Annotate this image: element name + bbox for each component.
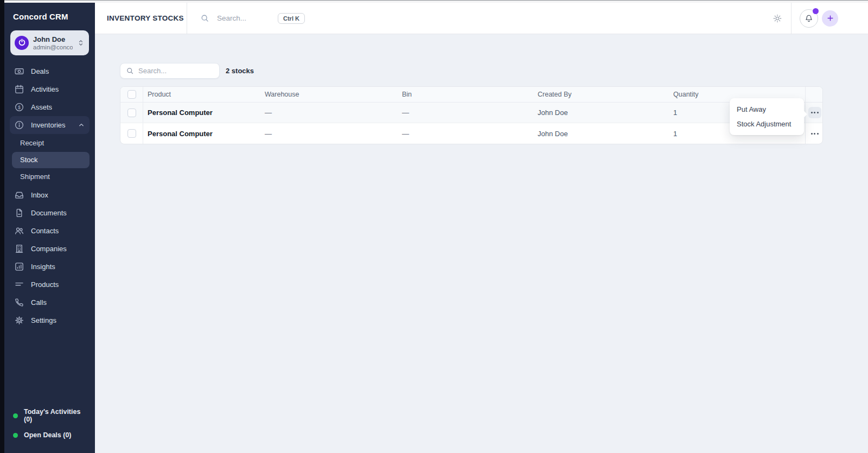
theme-toggle-button[interactable] xyxy=(764,14,791,23)
dollar-circle-icon: $ xyxy=(14,102,24,112)
users-icon xyxy=(14,226,24,236)
warehouse-cell: — xyxy=(260,109,398,117)
table-row[interactable]: Personal Computer — — John Doe 1 xyxy=(120,103,822,123)
page-title: INVENTORY STOCKS xyxy=(107,14,184,22)
menu-item-put-away[interactable]: Put Away xyxy=(730,102,804,117)
sidebar-subitem-shipment[interactable]: Shipment xyxy=(12,169,90,185)
sidebar-item-products[interactable]: Products xyxy=(10,276,90,294)
plus-icon xyxy=(826,14,834,22)
column-header-warehouse[interactable]: Warehouse xyxy=(260,91,398,98)
sidebar-footer: Today's Activities (0) Open Deals (0) xyxy=(4,400,95,453)
row-actions-menu: Put Away Stock Adjustment xyxy=(730,98,804,135)
banknote-icon xyxy=(14,66,24,76)
sidebar-item-contacts[interactable]: Contacts xyxy=(10,222,90,240)
global-search-input[interactable] xyxy=(217,14,278,22)
sidebar-item-label: Inventories xyxy=(31,121,66,129)
table-search[interactable] xyxy=(120,63,220,79)
power-icon xyxy=(18,39,26,47)
column-header-product[interactable]: Product xyxy=(143,91,260,98)
info-circle-icon xyxy=(14,120,24,130)
sidebar-item-deals[interactable]: Deals xyxy=(10,62,90,80)
table-row[interactable]: Personal Computer — — John Doe 1 xyxy=(120,123,822,144)
sidebar-item-settings[interactable]: Settings xyxy=(10,311,90,329)
sidebar-item-label: Activities xyxy=(31,85,59,93)
sidebar-item-label: Inbox xyxy=(31,191,48,199)
bin-cell: — xyxy=(398,130,533,138)
row-checkbox[interactable] xyxy=(127,109,136,117)
search-icon xyxy=(200,14,209,23)
column-header-bin[interactable]: Bin xyxy=(398,91,533,98)
sidebar-item-activities[interactable]: Activities xyxy=(10,80,90,98)
sidebar-item-label: Assets xyxy=(31,103,52,111)
list-icon xyxy=(14,279,24,290)
sidebar-nav: Deals Activities $ Assets xyxy=(4,62,95,329)
sidebar-item-label: Products xyxy=(31,280,59,289)
global-search[interactable]: Ctrl K xyxy=(187,3,305,34)
window-left-edge xyxy=(0,0,4,453)
sidebar-subitem-stock[interactable]: Stock xyxy=(12,152,90,168)
green-status-dot xyxy=(13,413,18,418)
sidebar-item-companies[interactable]: Companies xyxy=(10,240,90,258)
column-header-created-by[interactable]: Created By xyxy=(533,91,669,98)
brand-logo: Concord CRM xyxy=(4,3,95,29)
open-deals-link[interactable]: Open Deals (0) xyxy=(13,431,86,439)
main-content: 2 stocks Product Warehouse Bin Created B… xyxy=(95,34,868,453)
notifications-button[interactable] xyxy=(800,9,818,28)
column-header-actions xyxy=(805,87,823,102)
window-top-edge xyxy=(0,0,868,3)
user-menu[interactable]: John Doe admin@conco... xyxy=(10,30,89,55)
svg-text:$: $ xyxy=(18,104,21,110)
sidebar-item-assets[interactable]: $ Assets xyxy=(10,98,90,116)
stocks-count: 2 stocks xyxy=(226,67,254,75)
product-link[interactable]: Personal Computer xyxy=(148,109,213,117)
sidebar: Concord CRM John Doe admin@conco... Deal… xyxy=(4,3,95,453)
sidebar-item-label: Companies xyxy=(31,245,67,253)
phone-icon xyxy=(14,297,24,308)
row-checkbox[interactable] xyxy=(127,129,136,138)
topbar: INVENTORY STOCKS Ctrl K xyxy=(95,3,868,34)
created-by-cell: John Doe xyxy=(533,109,669,117)
user-name: John Doe xyxy=(33,35,73,44)
created-by-cell: John Doe xyxy=(533,130,669,138)
stocks-table: Product Warehouse Bin Created By Quantit… xyxy=(120,86,823,144)
warehouse-cell: — xyxy=(260,130,398,138)
table-header-row: Product Warehouse Bin Created By Quantit… xyxy=(120,87,822,103)
todays-activities-link[interactable]: Today's Activities (0) xyxy=(13,408,86,423)
calendar-icon xyxy=(14,84,24,94)
column-header-quantity[interactable]: Quantity xyxy=(669,91,805,98)
gear-icon xyxy=(14,315,24,326)
sidebar-item-label: Insights xyxy=(31,263,55,271)
create-button[interactable] xyxy=(822,10,838,27)
sidebar-item-label: Settings xyxy=(31,316,56,324)
row-actions-button[interactable] xyxy=(808,107,821,118)
sidebar-item-label: Deals xyxy=(31,67,49,75)
sidebar-subitem-receipt[interactable]: Receipt xyxy=(12,135,90,151)
sidebar-item-insights[interactable]: Insights xyxy=(10,258,90,276)
notification-badge xyxy=(813,8,819,14)
sidebar-item-label: Documents xyxy=(31,209,67,217)
chevron-up-icon xyxy=(78,121,85,129)
sidebar-item-calls[interactable]: Calls xyxy=(10,294,90,311)
topbar-divider xyxy=(791,3,792,34)
table-search-input[interactable] xyxy=(138,67,214,75)
product-link[interactable]: Personal Computer xyxy=(148,130,213,138)
inbox-icon xyxy=(14,190,24,200)
bar-chart-icon xyxy=(14,261,24,272)
chevron-selector-icon xyxy=(77,39,85,47)
bin-cell: — xyxy=(398,109,533,117)
sidebar-item-inventories[interactable]: Inventories xyxy=(10,116,90,134)
row-actions-button[interactable] xyxy=(808,128,821,139)
user-email: admin@conco... xyxy=(33,44,73,50)
menu-item-stock-adjustment[interactable]: Stock Adjustment xyxy=(730,117,804,131)
sidebar-item-label: Contacts xyxy=(31,227,59,235)
green-status-dot xyxy=(13,433,18,438)
sidebar-item-inbox[interactable]: Inbox xyxy=(10,186,90,204)
sidebar-item-documents[interactable]: Documents xyxy=(10,204,90,222)
document-icon xyxy=(14,208,24,218)
sun-icon xyxy=(773,14,782,23)
building-icon xyxy=(14,244,24,254)
keyboard-shortcut-badge: Ctrl K xyxy=(278,13,305,24)
inventories-submenu: Receipt Stock Shipment xyxy=(12,135,90,185)
select-all-checkbox[interactable] xyxy=(127,90,136,99)
bell-icon xyxy=(805,14,813,23)
